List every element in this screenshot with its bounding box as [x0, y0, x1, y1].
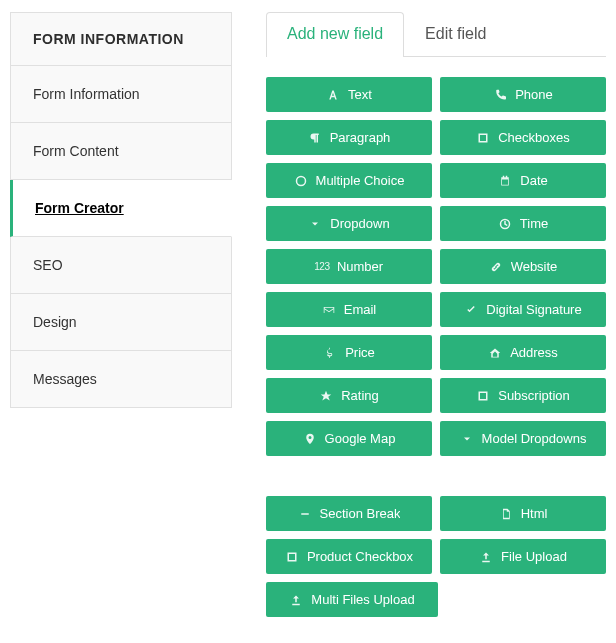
sidebar-item-label: Messages: [33, 371, 97, 387]
field-type-label: Date: [520, 173, 547, 188]
tabs: Add new fieldEdit field: [266, 12, 606, 57]
calendar-icon: [498, 175, 512, 187]
field-type-label: Time: [520, 216, 548, 231]
field-type-file-upload[interactable]: File Upload: [440, 539, 606, 574]
minus-icon: [298, 508, 312, 520]
field-type-checkboxes[interactable]: Checkboxes: [440, 120, 606, 155]
field-row: Google MapModel Dropdowns: [266, 421, 606, 456]
field-type-multiple-choice[interactable]: Multiple Choice: [266, 163, 432, 198]
number-icon: 123: [315, 261, 329, 272]
sidebar-item-form-creator[interactable]: Form Creator: [10, 180, 232, 237]
sidebar-item-seo[interactable]: SEO: [11, 237, 231, 294]
font-icon: [326, 89, 340, 101]
caret-down-icon: [308, 218, 322, 230]
field-type-dropdown[interactable]: Dropdown: [266, 206, 432, 241]
sidebar: FORM INFORMATION Form InformationForm Co…: [10, 12, 232, 408]
field-type-label: File Upload: [501, 549, 567, 564]
checkbox-icon: [476, 390, 490, 402]
envelope-icon: [322, 304, 336, 316]
field-type-label: Email: [344, 302, 377, 317]
upload-icon: [479, 551, 493, 563]
sidebar-item-messages[interactable]: Messages: [11, 351, 231, 407]
field-types-grid: TextPhoneParagraphCheckboxesMultiple Cho…: [266, 77, 606, 617]
field-type-label: Address: [510, 345, 558, 360]
field-type-digital-signature[interactable]: Digital Signature: [440, 292, 606, 327]
field-type-label: Price: [345, 345, 375, 360]
checkbox-icon: [476, 132, 490, 144]
clock-icon: [498, 218, 512, 230]
link-icon: [489, 261, 503, 273]
sidebar-item-form-content[interactable]: Form Content: [11, 123, 231, 180]
field-row: 123NumberWebsite: [266, 249, 606, 284]
field-type-label: Dropdown: [330, 216, 389, 231]
tab-add-new-field[interactable]: Add new field: [266, 12, 404, 57]
sidebar-item-label: Form Content: [33, 143, 119, 159]
field-type-label: Product Checkbox: [307, 549, 413, 564]
field-type-google-map[interactable]: Google Map: [266, 421, 432, 456]
field-type-label: Number: [337, 259, 383, 274]
check-icon: [464, 304, 478, 316]
field-row: PriceAddress: [266, 335, 606, 370]
field-type-email[interactable]: Email: [266, 292, 432, 327]
field-type-website[interactable]: Website: [440, 249, 606, 284]
file-icon: [499, 508, 513, 520]
field-type-label: Multiple Choice: [316, 173, 405, 188]
sidebar-item-label: Design: [33, 314, 77, 330]
tab-edit-field[interactable]: Edit field: [404, 12, 507, 57]
field-type-label: Phone: [515, 87, 553, 102]
field-type-label: Paragraph: [330, 130, 391, 145]
paragraph-icon: [308, 132, 322, 144]
field-type-label: Digital Signature: [486, 302, 581, 317]
checkbox-icon: [285, 551, 299, 563]
sidebar-item-design[interactable]: Design: [11, 294, 231, 351]
phone-icon: [493, 89, 507, 101]
sidebar-item-label: Form Creator: [35, 200, 124, 216]
field-row: Multi Files Upload: [266, 582, 606, 617]
field-type-number[interactable]: 123Number: [266, 249, 432, 284]
field-type-label: Html: [521, 506, 548, 521]
field-row: Product CheckboxFile Upload: [266, 539, 606, 574]
home-icon: [488, 347, 502, 359]
caret-down-icon: [460, 433, 474, 445]
field-type-time[interactable]: Time: [440, 206, 606, 241]
field-row: EmailDigital Signature: [266, 292, 606, 327]
field-type-section-break[interactable]: Section Break: [266, 496, 432, 531]
field-type-subscription[interactable]: Subscription: [440, 378, 606, 413]
field-row: ParagraphCheckboxes: [266, 120, 606, 155]
svg-point-0: [296, 176, 305, 185]
field-type-price[interactable]: Price: [266, 335, 432, 370]
field-row: Multiple ChoiceDate: [266, 163, 606, 198]
field-row: DropdownTime: [266, 206, 606, 241]
field-type-label: Rating: [341, 388, 379, 403]
field-type-label: Model Dropdowns: [482, 431, 587, 446]
field-type-date[interactable]: Date: [440, 163, 606, 198]
field-type-text[interactable]: Text: [266, 77, 432, 112]
field-row: RatingSubscription: [266, 378, 606, 413]
sidebar-item-label: SEO: [33, 257, 63, 273]
star-icon: [319, 390, 333, 402]
field-type-label: Section Break: [320, 506, 401, 521]
field-type-rating[interactable]: Rating: [266, 378, 432, 413]
field-type-label: Text: [348, 87, 372, 102]
field-type-label: Checkboxes: [498, 130, 570, 145]
field-type-label: Subscription: [498, 388, 570, 403]
field-row: Section BreakHtml: [266, 496, 606, 531]
field-type-html[interactable]: Html: [440, 496, 606, 531]
field-type-label: Website: [511, 259, 558, 274]
sidebar-item-label: Form Information: [33, 86, 140, 102]
field-type-model-dropdowns[interactable]: Model Dropdowns: [440, 421, 606, 456]
field-row: TextPhone: [266, 77, 606, 112]
field-type-phone[interactable]: Phone: [440, 77, 606, 112]
field-type-address[interactable]: Address: [440, 335, 606, 370]
field-type-paragraph[interactable]: Paragraph: [266, 120, 432, 155]
upload-icon: [289, 594, 303, 606]
main-panel: Add new fieldEdit field TextPhoneParagra…: [266, 12, 606, 631]
field-type-label: Google Map: [325, 431, 396, 446]
map-pin-icon: [303, 433, 317, 445]
sidebar-item-form-information[interactable]: Form Information: [11, 66, 231, 123]
field-type-multi-files-upload[interactable]: Multi Files Upload: [266, 582, 438, 617]
sidebar-header: FORM INFORMATION: [11, 13, 231, 66]
field-type-product-checkbox[interactable]: Product Checkbox: [266, 539, 432, 574]
dollar-icon: [323, 347, 337, 359]
field-type-label: Multi Files Upload: [311, 592, 414, 607]
